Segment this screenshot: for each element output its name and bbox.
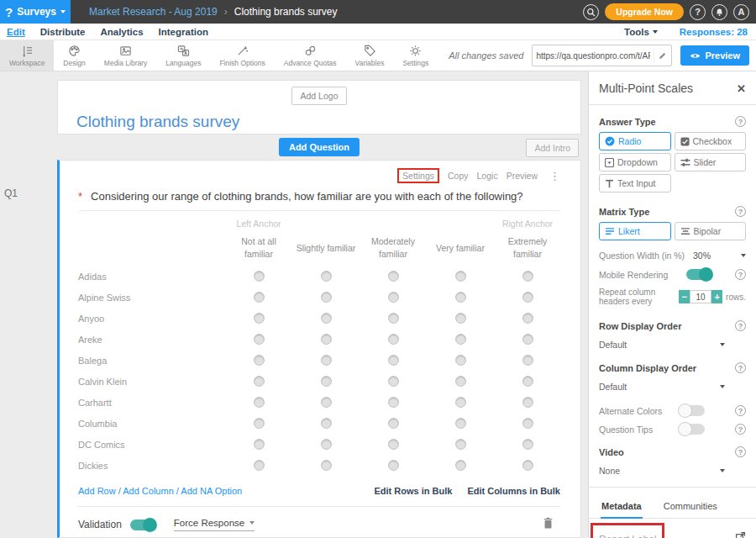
preview-button[interactable]: Preview: [680, 45, 749, 66]
radio-button[interactable]: [321, 460, 332, 471]
radio-button[interactable]: [455, 355, 466, 366]
tab-communities[interactable]: Communities: [663, 496, 718, 518]
answer-type-radio[interactable]: Radio: [599, 132, 671, 150]
radio-button[interactable]: [388, 271, 399, 282]
delete-question-button[interactable]: [543, 517, 554, 532]
question-settings-button[interactable]: Settings: [397, 168, 439, 183]
help-icon[interactable]: ?: [735, 405, 746, 416]
matrix-type-bipolar[interactable]: Bipolar: [675, 222, 747, 240]
radio-button[interactable]: [455, 376, 466, 387]
column-header[interactable]: Slightly familiar: [297, 242, 356, 255]
answer-type-dropdown[interactable]: Dropdown: [599, 153, 671, 171]
external-edit-button[interactable]: [735, 530, 746, 538]
alternate-colors-toggle[interactable]: [680, 405, 705, 416]
validation-toggle[interactable]: [130, 520, 155, 530]
answer-type-checkbox[interactable]: Checkbox: [675, 132, 747, 150]
radio-button[interactable]: [388, 313, 399, 324]
radio-button[interactable]: [455, 439, 466, 450]
radio-button[interactable]: [455, 418, 466, 429]
radio-button[interactable]: [388, 397, 399, 408]
radio-button[interactable]: [254, 439, 265, 450]
surveys-menu[interactable]: ? Surveys: [0, 0, 71, 24]
help-icon[interactable]: ?: [735, 320, 746, 331]
radio-button[interactable]: [522, 418, 533, 429]
upgrade-now-button[interactable]: Upgrade Now: [605, 3, 684, 20]
add-row-link[interactable]: Add Row: [78, 486, 116, 496]
radio-button[interactable]: [254, 271, 265, 282]
answer-type-slider[interactable]: Slider: [675, 153, 747, 171]
radio-button[interactable]: [321, 355, 332, 366]
radio-button[interactable]: [455, 334, 466, 345]
question-copy-button[interactable]: Copy: [448, 171, 469, 181]
radio-button[interactable]: [522, 397, 533, 408]
help-icon[interactable]: ?: [735, 446, 746, 457]
help-icon[interactable]: ?: [735, 116, 746, 127]
radio-button[interactable]: [522, 439, 533, 450]
radio-button[interactable]: [388, 418, 399, 429]
chevron-down-icon[interactable]: [741, 254, 746, 257]
radio-button[interactable]: [321, 271, 332, 282]
radio-button[interactable]: [321, 376, 332, 387]
radio-button[interactable]: [388, 439, 399, 450]
radio-button[interactable]: [254, 355, 265, 366]
radio-button[interactable]: [254, 376, 265, 387]
minus-button[interactable]: −: [679, 290, 690, 303]
question-text[interactable]: Considering our range of clothing brands…: [91, 190, 523, 203]
row-display-order-dropdown[interactable]: Default: [599, 340, 725, 350]
add-logo-button[interactable]: Add Logo: [291, 87, 348, 105]
add-intro-button[interactable]: Add Intro: [526, 139, 579, 157]
radio-button[interactable]: [254, 397, 265, 408]
edit-rows-bulk-link[interactable]: Edit Rows in Bulk: [374, 486, 452, 496]
toolbar-media-library[interactable]: Media Library: [95, 40, 157, 71]
radio-button[interactable]: [455, 460, 466, 471]
survey-url-field[interactable]: [532, 45, 672, 66]
radio-button[interactable]: [522, 313, 533, 324]
add-na-option-link[interactable]: Add NA Option: [181, 486, 242, 496]
edit-columns-bulk-link[interactable]: Edit Columns in Bulk: [467, 486, 560, 496]
help-button[interactable]: ?: [690, 4, 706, 20]
radio-button[interactable]: [321, 334, 332, 345]
toolbar-finish-options[interactable]: Finish Options: [210, 40, 274, 71]
edit-url-button[interactable]: [654, 48, 671, 63]
mobile-rendering-toggle[interactable]: [686, 269, 711, 280]
radio-button[interactable]: [321, 397, 332, 408]
toolbar-advance-quotas[interactable]: Advance Quotas: [275, 40, 346, 71]
radio-button[interactable]: [321, 418, 332, 429]
repeat-headers-value[interactable]: 10: [690, 290, 711, 303]
notifications-button[interactable]: [711, 4, 727, 20]
plus-button[interactable]: +: [711, 290, 722, 303]
survey-url-input[interactable]: [533, 51, 654, 61]
radio-button[interactable]: [254, 418, 265, 429]
column-header[interactable]: Moderately familiar: [362, 235, 424, 261]
video-dropdown[interactable]: None: [599, 466, 725, 476]
help-icon[interactable]: ?: [735, 424, 746, 435]
radio-button[interactable]: [455, 397, 466, 408]
add-question-button[interactable]: Add Question: [279, 138, 360, 156]
radio-button[interactable]: [455, 271, 466, 282]
radio-button[interactable]: [321, 292, 332, 303]
close-icon[interactable]: ✕: [737, 82, 746, 95]
responses-count[interactable]: Responses: 28: [680, 27, 748, 37]
radio-button[interactable]: [522, 376, 533, 387]
radio-button[interactable]: [254, 313, 265, 324]
menu-integration[interactable]: Integration: [159, 27, 208, 37]
question-preview-button[interactable]: Preview: [507, 171, 538, 181]
column-header[interactable]: Not at all familiar: [228, 235, 290, 261]
tab-metadata[interactable]: Metadata: [601, 496, 643, 519]
help-icon[interactable]: ?: [735, 206, 746, 217]
add-column-link[interactable]: Add Column: [123, 486, 174, 496]
radio-button[interactable]: [254, 460, 265, 471]
breadcrumb-parent[interactable]: Market Research - Aug 2019: [89, 6, 218, 18]
radio-button[interactable]: [388, 334, 399, 345]
radio-button[interactable]: [254, 334, 265, 345]
question-width-value[interactable]: 30%: [693, 251, 711, 261]
search-button[interactable]: [583, 4, 599, 20]
radio-button[interactable]: [388, 376, 399, 387]
radio-button[interactable]: [321, 439, 332, 450]
column-header[interactable]: Very familiar: [436, 242, 485, 255]
radio-button[interactable]: [522, 460, 533, 471]
radio-button[interactable]: [522, 355, 533, 366]
toolbar-workspace[interactable]: Workspace: [0, 40, 54, 71]
more-options-icon[interactable]: ⋮: [549, 170, 560, 182]
radio-button[interactable]: [388, 292, 399, 303]
